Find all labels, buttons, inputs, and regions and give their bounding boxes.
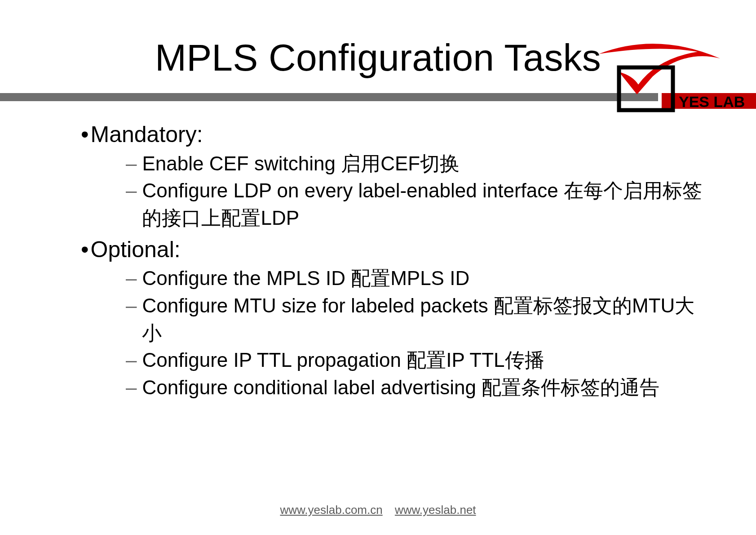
list-item: – Configure MTU size for labeled packets…: [126, 292, 702, 347]
section-heading-mandatory: • Mandatory:: [81, 120, 702, 150]
list-item: – Configure IP TTL propagation 配置IP TTL传…: [126, 347, 702, 374]
item-text: Configure conditional label advertising …: [142, 374, 702, 401]
slide: MPLS Configuration Tasks YES LAB • Manda…: [0, 0, 756, 535]
item-text: Configure MTU size for labeled packets 配…: [142, 292, 702, 347]
bullet-icon: •: [81, 235, 89, 265]
heading-text: Mandatory:: [91, 120, 203, 150]
dash-icon: –: [126, 265, 137, 292]
dash-icon: –: [126, 150, 137, 178]
logo: YES LAB: [594, 27, 747, 117]
footer: www.yeslab.com.cn www.yeslab.net: [0, 503, 756, 517]
list-item: – Configure LDP on every label-enabled i…: [126, 177, 702, 232]
footer-link-1[interactable]: www.yeslab.com.cn: [280, 503, 382, 517]
yeslab-logo-icon: YES LAB: [594, 27, 747, 117]
bullet-icon: •: [81, 120, 89, 150]
list-item: – Configure conditional label advertisin…: [126, 374, 702, 401]
dash-icon: –: [126, 177, 137, 232]
list-item: – Configure the MPLS ID 配置MPLS ID: [126, 265, 702, 292]
title-row: MPLS Configuration Tasks YES LAB: [36, 27, 720, 80]
list-item: – Enable CEF switching 启用CEF切换: [126, 150, 702, 178]
content: • Mandatory: – Enable CEF switching 启用CE…: [36, 120, 720, 401]
heading-text: Optional:: [91, 235, 181, 265]
item-text: Configure the MPLS ID 配置MPLS ID: [142, 265, 702, 292]
section-heading-optional: • Optional:: [81, 235, 702, 265]
svg-rect-0: [619, 67, 673, 110]
item-text: Configure LDP on every label-enabled int…: [142, 177, 702, 232]
item-text: Configure IP TTL propagation 配置IP TTL传播: [142, 347, 702, 374]
dash-icon: –: [126, 292, 137, 347]
footer-link-2[interactable]: www.yeslab.net: [395, 503, 476, 517]
dash-icon: –: [126, 374, 137, 401]
dash-icon: –: [126, 347, 137, 374]
item-text: Enable CEF switching 启用CEF切换: [142, 150, 702, 178]
divider-gray: [0, 93, 658, 101]
logo-text: YES LAB: [679, 93, 745, 110]
